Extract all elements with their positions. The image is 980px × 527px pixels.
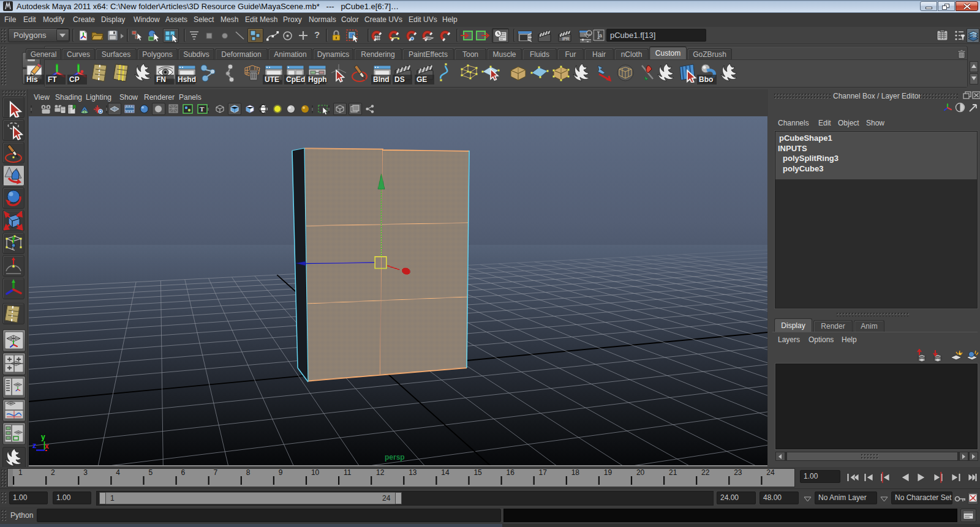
svg-text:21: 21 — [669, 468, 677, 477]
svg-text:22: 22 — [701, 468, 710, 477]
svg-text:17: 17 — [539, 468, 548, 477]
svg-text:16: 16 — [507, 468, 515, 477]
svg-text:15: 15 — [473, 468, 482, 477]
svg-text:y: y — [41, 433, 45, 441]
svg-text:24: 24 — [766, 468, 775, 477]
svg-text:5: 5 — [148, 468, 153, 477]
svg-text:IPR: IPR — [562, 37, 570, 41]
svg-text:3: 3 — [83, 468, 88, 477]
svg-text:persp: persp — [385, 453, 405, 462]
svg-text:1: 1 — [18, 468, 23, 477]
svg-text:18: 18 — [571, 468, 580, 477]
svg-text:6: 6 — [181, 468, 186, 477]
svg-text:19: 19 — [604, 468, 612, 477]
svg-text:12: 12 — [376, 468, 385, 477]
svg-text:z: z — [32, 441, 37, 450]
svg-text:T: T — [200, 105, 205, 113]
svg-text:x: x — [45, 442, 49, 450]
svg-text:20: 20 — [636, 468, 645, 477]
svg-text:2: 2 — [51, 468, 55, 477]
svg-text:23: 23 — [734, 468, 742, 477]
svg-text:11: 11 — [344, 468, 352, 477]
svg-text:13: 13 — [409, 468, 417, 477]
svg-text:a: a — [599, 32, 602, 39]
svg-text:7: 7 — [214, 468, 218, 477]
svg-text:4: 4 — [116, 468, 120, 477]
svg-text:8: 8 — [246, 468, 251, 477]
svg-text:9: 9 — [279, 468, 283, 477]
svg-text:14: 14 — [441, 468, 450, 477]
svg-text:10: 10 — [311, 468, 320, 477]
